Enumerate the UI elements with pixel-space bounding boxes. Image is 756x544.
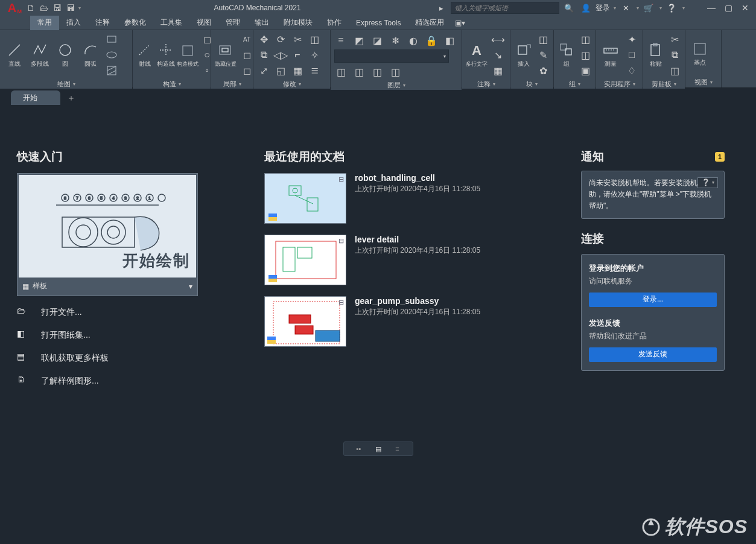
doc-tab-add-icon[interactable]: ＋ bbox=[63, 92, 80, 105]
search-input[interactable]: 键入关键字或短语 bbox=[451, 2, 559, 14]
ungroup-icon[interactable]: ◫ bbox=[579, 33, 592, 46]
user-icon[interactable]: 👤 bbox=[579, 1, 593, 14]
view-small-icon[interactable]: ▪▪ bbox=[355, 444, 363, 453]
open-file-link[interactable]: 🗁打开文件... bbox=[17, 306, 198, 319]
doc-tab-start[interactable]: 开始 bbox=[11, 90, 60, 105]
layer-tool-b-icon[interactable]: ◫ bbox=[352, 65, 366, 78]
more-templates-link[interactable]: ▤联机获取更多样板 bbox=[17, 352, 198, 365]
tool-paste[interactable]: 粘贴 bbox=[647, 42, 664, 68]
copy-icon[interactable]: ⧉ bbox=[257, 48, 270, 62]
tool-ray[interactable]: 射线 bbox=[136, 42, 153, 68]
ribbon-tab-output[interactable]: 输出 bbox=[247, 16, 276, 30]
layer-freeze-icon[interactable]: ❄ bbox=[389, 34, 402, 47]
erase-icon[interactable]: ◫ bbox=[308, 33, 321, 46]
layer-combo[interactable]: ▾ bbox=[334, 49, 449, 63]
ribbon-tab-home[interactable]: 常用 bbox=[30, 16, 59, 30]
open-icon[interactable]: 🗁 bbox=[37, 1, 51, 14]
save-icon[interactable]: 🖫 bbox=[51, 1, 64, 14]
app-logo[interactable]: AM bbox=[0, 0, 24, 16]
saveas-icon[interactable]: 🖬 bbox=[64, 1, 77, 14]
recent-item[interactable]: ⊟ gear_pump_subassy 上次打开时间 2020年4月16日 11… bbox=[264, 296, 554, 347]
cart-icon[interactable]: 🛒 bbox=[641, 1, 656, 14]
layer-match-icon[interactable]: ◧ bbox=[443, 34, 456, 47]
layer-off-icon[interactable]: ◐ bbox=[407, 34, 420, 47]
trim-icon[interactable]: ✂ bbox=[291, 33, 304, 46]
recent-item[interactable]: ⊟ robot_handling_cell 上次打开时间 2020年4月16日 … bbox=[264, 173, 554, 224]
tool-polyline[interactable]: 多段线 bbox=[29, 42, 51, 68]
login-dropdown-icon[interactable]: ▾ bbox=[614, 5, 616, 11]
tool-hatch-icon[interactable] bbox=[105, 64, 118, 77]
ribbon-tab-parametric[interactable]: 参数化 bbox=[117, 16, 153, 30]
ribbon-tab-view[interactable]: 视图 bbox=[189, 16, 218, 30]
ribbon-tab-insert[interactable]: 插入 bbox=[59, 16, 88, 30]
tool-line[interactable]: 直线 bbox=[4, 42, 25, 68]
layer-iso-icon[interactable]: ◪ bbox=[370, 34, 384, 47]
table-icon[interactable]: ▦ bbox=[491, 64, 504, 77]
ribbon-tab-manage[interactable]: 管理 bbox=[218, 16, 247, 30]
array-icon[interactable]: ▦ bbox=[291, 64, 304, 77]
tool-arc[interactable]: 圆弧 bbox=[80, 42, 101, 68]
group-sel-icon[interactable]: ▣ bbox=[579, 64, 592, 77]
tool-ellipse-icon[interactable] bbox=[105, 48, 118, 62]
move-icon[interactable]: ✥ bbox=[257, 33, 270, 46]
util-icon-b[interactable]: □ bbox=[625, 48, 638, 62]
fillet-icon[interactable]: ⌐ bbox=[291, 48, 304, 62]
tool-insert-block[interactable]: 插入 bbox=[514, 42, 533, 68]
match-icon[interactable]: ◫ bbox=[668, 64, 681, 77]
login-label[interactable]: 登录 bbox=[596, 3, 610, 13]
scale-icon[interactable]: ◱ bbox=[274, 64, 287, 77]
feedback-button[interactable]: 发送反馈 bbox=[589, 347, 717, 362]
start-drawing-card[interactable]: 87654321 开始绘制 ▦样板 ▾ bbox=[17, 173, 198, 296]
search-icon[interactable]: 🔍 bbox=[562, 1, 576, 14]
signin-button[interactable]: 登录... bbox=[589, 293, 717, 307]
tool-rectangle-icon[interactable] bbox=[105, 33, 118, 46]
block-edit-icon[interactable]: ✎ bbox=[536, 48, 550, 62]
util-icon-a[interactable]: ✦ bbox=[625, 33, 638, 46]
tool-cmode[interactable]: 构造模式 bbox=[179, 42, 197, 68]
pin-icon[interactable]: ⊟ bbox=[338, 176, 344, 183]
exchange-icon[interactable]: ✕ bbox=[618, 1, 633, 14]
ribbon-tab-featured[interactable]: 精选应用 bbox=[408, 16, 451, 30]
layer-tool-c-icon[interactable]: ◫ bbox=[370, 65, 384, 78]
util-icon-c[interactable]: ♢ bbox=[625, 64, 638, 77]
vis-icon-b[interactable]: ◻ bbox=[240, 48, 253, 62]
search-nav-left-icon[interactable]: ▸ bbox=[434, 1, 448, 14]
vis-icon-a[interactable]: AT bbox=[240, 33, 253, 46]
offset-icon[interactable]: ≣ bbox=[308, 64, 321, 77]
cut-icon[interactable]: ✂ bbox=[668, 33, 681, 46]
open-sheetset-link[interactable]: ◧打开图纸集... bbox=[17, 329, 198, 342]
block-attr-icon[interactable]: ✿ bbox=[536, 64, 550, 77]
notification-item[interactable]: ❔▾ 尚未安装脱机帮助。若要安装脱机帮助，请依次单击"帮助"菜单 >"下载脱机帮… bbox=[581, 171, 725, 219]
mirror-icon[interactable]: ◁▷ bbox=[274, 48, 287, 62]
close-icon[interactable]: ✕ bbox=[738, 1, 752, 14]
minimize-icon[interactable]: — bbox=[704, 1, 719, 14]
layer-states-icon[interactable]: ◩ bbox=[352, 34, 366, 47]
leader-icon[interactable]: ↘ bbox=[491, 48, 504, 62]
tool-mtext[interactable]: A多行文字 bbox=[466, 42, 488, 68]
copy-clip-icon[interactable]: ⧉ bbox=[668, 48, 681, 62]
tool-group[interactable]: 组 bbox=[557, 42, 575, 68]
layer-tool-d-icon[interactable]: ◫ bbox=[389, 65, 402, 78]
ribbon-tab-toolset[interactable]: 工具集 bbox=[153, 16, 189, 30]
tool-xline[interactable]: 构造线 bbox=[157, 42, 175, 68]
layer-tool-a-icon[interactable]: ◫ bbox=[334, 65, 348, 78]
pin-icon[interactable]: ⊟ bbox=[338, 237, 344, 245]
view-toggle[interactable]: ▪▪ ▤ ≡ bbox=[343, 441, 413, 456]
ribbon-tab-addins[interactable]: 附加模块 bbox=[276, 16, 320, 30]
vis-icon-c[interactable]: ◻ bbox=[240, 64, 253, 77]
sample-drawings-link[interactable]: 🗎了解样例图形... bbox=[17, 375, 198, 388]
recent-item[interactable]: ⊟ lever detail 上次打开时间 2020年4月16日 11:28:0… bbox=[264, 235, 554, 285]
tool-base[interactable]: 基点 bbox=[689, 40, 711, 67]
pin-icon[interactable]: ⊟ bbox=[338, 299, 344, 306]
dim-icon[interactable]: ⟷ bbox=[491, 33, 504, 46]
layer-prop-icon[interactable]: ≡ bbox=[334, 34, 348, 47]
ribbon-tab-collab[interactable]: 协作 bbox=[320, 16, 349, 30]
rotate-icon[interactable]: ⟳ bbox=[274, 33, 287, 46]
template-selector[interactable]: ▦样板 ▾ bbox=[19, 277, 196, 294]
help-pill-icon[interactable]: ❔▾ bbox=[697, 177, 718, 188]
ribbon-tab-express[interactable]: Express Tools bbox=[349, 16, 408, 30]
tool-circle[interactable]: 圆 bbox=[54, 42, 76, 68]
tool-measure[interactable]: 测量 bbox=[600, 42, 621, 68]
stretch-icon[interactable]: ⤢ bbox=[257, 64, 270, 77]
view-detail-icon[interactable]: ≡ bbox=[393, 444, 402, 453]
